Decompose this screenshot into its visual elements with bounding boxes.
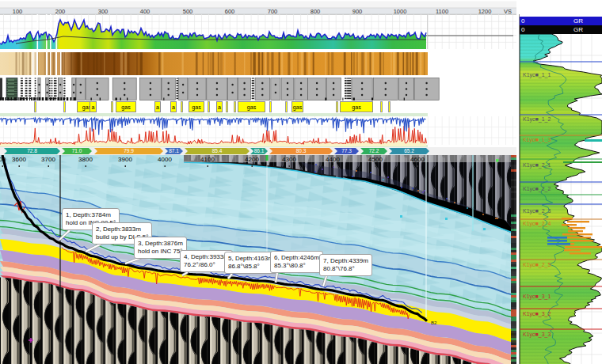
svg-text:4100: 4100 — [200, 156, 215, 163]
svg-text:4500: 4500 — [368, 156, 383, 163]
svg-text:K1yc■_2_2: K1yc■_2_2 — [523, 186, 551, 192]
svg-text:4000: 4000 — [158, 156, 172, 163]
svg-text:3900: 3900 — [118, 156, 132, 163]
svg-text:3700: 3700 — [41, 156, 55, 163]
svg-text:K1yc■_2_1: K1yc■_2_1 — [523, 162, 551, 169]
svg-text:K1yc■_3_2: K1yc■_3_2 — [523, 311, 551, 317]
svg-text:K1yc■_1_3: K1yc■_1_3 — [523, 137, 551, 143]
svg-text:4400: 4400 — [326, 156, 340, 163]
svg-text:K1yc■_1_1: K1yc■_1_1 — [523, 72, 551, 78]
svg-text:00: 00 — [0, 156, 6, 163]
svg-text:4300: 4300 — [282, 156, 296, 163]
svg-text:K1yc■_1_2: K1yc■_1_2 — [523, 116, 551, 123]
svg-text:3600: 3600 — [12, 156, 26, 163]
svg-text:K1yc■_3_3: K1yc■_3_3 — [523, 332, 551, 338]
svg-text:K1yc■_2_5: K1yc■_2_5 — [523, 262, 551, 268]
svg-text:3800: 3800 — [78, 156, 93, 163]
svg-text:4200: 4200 — [245, 156, 259, 163]
svg-text:K1yc■_3_1: K1yc■_3_1 — [523, 294, 551, 300]
svg-text:K1yc■_2_3: K1yc■_2_3 — [523, 208, 551, 214]
svg-text:4600: 4600 — [410, 156, 425, 163]
svg-text:K1yc■_2_4: K1yc■_2_4 — [523, 221, 551, 227]
svg-text:B2: B2 — [431, 320, 437, 325]
